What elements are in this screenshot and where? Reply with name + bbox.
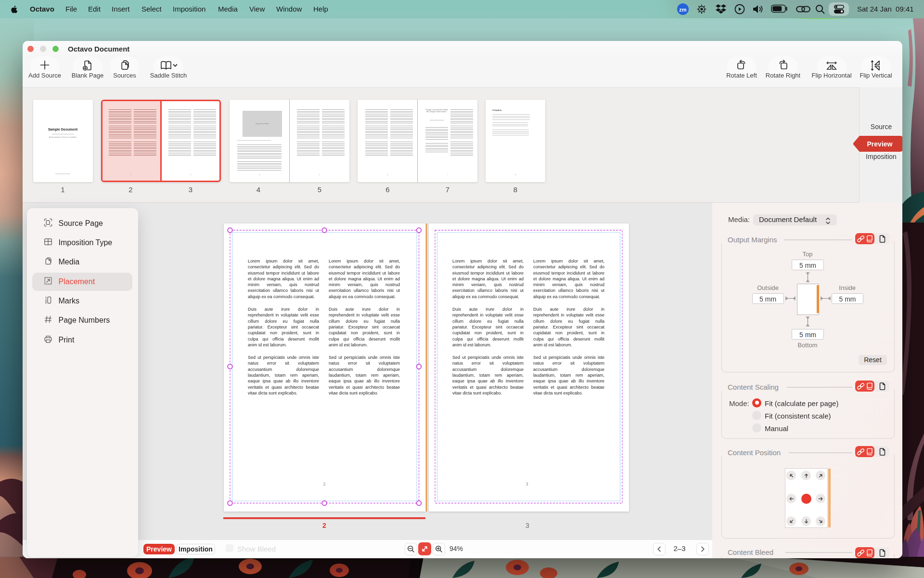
svg-text:3: 3 <box>526 522 529 529</box>
svg-text:2: 2 <box>322 522 326 529</box>
svg-text:Preview: Preview <box>867 140 893 148</box>
svg-text:zm: zm <box>679 7 687 13</box>
